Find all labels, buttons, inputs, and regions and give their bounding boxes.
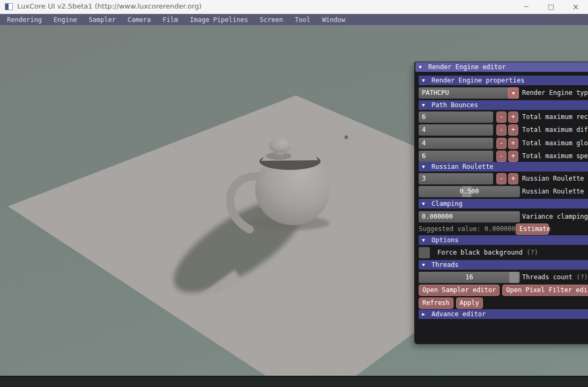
section-title: Render Engine properties — [431, 76, 524, 85]
refresh-apply-row: Refresh Apply — [419, 297, 483, 309]
section-options[interactable]: ▼Options — [419, 235, 588, 245]
app-icon — [5, 3, 13, 10]
menu-bar: Rendering Engine Sampler Camera Film Ima… — [0, 14, 588, 26]
menu-item-sampler[interactable]: Sampler — [83, 14, 122, 26]
section-title: Russian Roulette — [431, 162, 494, 172]
rr-cap-slider[interactable]: 0.500 — [419, 186, 520, 197]
variance-clamping-field[interactable]: 0.000000 — [419, 211, 520, 222]
slider-handle[interactable] — [509, 272, 519, 283]
menu-item-rendering[interactable]: Rendering — [1, 14, 48, 26]
threads-slider[interactable]: 16 — [419, 272, 520, 283]
bounce-row-0: 6 - + Total maximum recu — [419, 111, 588, 123]
force-black-label-text: Force black background — [437, 249, 523, 256]
section-title: Path Bounces — [431, 100, 478, 110]
minimize-button[interactable]: ─ — [514, 0, 539, 14]
editor-buttons-row: Open Sampler editor Open Pixel Filter ed… — [419, 285, 588, 296]
threads-count-row: 16 Threads count (?) — [419, 272, 588, 283]
section-title: Options — [431, 235, 459, 245]
render-engine-editor-panel: ▼Render Engine editor ▼Render Engine pro… — [414, 62, 588, 344]
engine-type-row: PATHCPU ▼ Render Engine type — [419, 87, 588, 99]
bounce-label-3: Total maximum spec — [522, 151, 588, 162]
increment-button[interactable]: + — [508, 173, 518, 184]
bounce-label-1: Total maximum diff — [522, 124, 588, 136]
help-icon: (?) — [526, 249, 538, 256]
menu-item-screen[interactable]: Screen — [254, 14, 289, 26]
menu-item-engine[interactable]: Engine — [48, 14, 83, 26]
decrement-button[interactable]: - — [496, 173, 507, 184]
dropdown-arrow-button[interactable]: ▼ — [508, 87, 519, 99]
engine-type-label: Render Engine type — [522, 87, 588, 99]
suggested-value-text: Suggested value: 0.000000 — [419, 224, 516, 235]
rr-depth-row: 3 - + Russian Roulette s — [419, 173, 588, 184]
force-black-row: Force black background (?) — [419, 247, 588, 258]
bounce-label-0: Total maximum recu — [522, 111, 588, 123]
increment-button[interactable]: + — [508, 111, 518, 123]
menu-item-tool[interactable]: Tool — [289, 14, 316, 26]
status-bar: [Pass 93][Avg. samples/sec 5.94M][Avg. r… — [0, 376, 588, 387]
decrement-button[interactable]: - — [496, 124, 507, 136]
expanded-icon: ▼ — [419, 199, 428, 209]
bounce-row-1: 4 - + Total maximum diff — [419, 124, 588, 136]
section-russian-roulette[interactable]: ▼Russian Roulette — [419, 162, 588, 172]
menu-item-window[interactable]: Window — [316, 14, 351, 26]
panel-title: Render Engine editor — [428, 62, 506, 72]
menu-item-camera[interactable]: Camera — [122, 14, 157, 26]
help-icon: (?) — [576, 273, 588, 281]
section-title: Advance editor — [431, 309, 486, 319]
decrement-button[interactable]: - — [496, 111, 507, 123]
panel-header-render-engine-editor[interactable]: ▼Render Engine editor — [415, 62, 588, 72]
estimate-button[interactable]: Estimate — [516, 224, 549, 235]
section-title: Threads — [431, 260, 459, 270]
menu-item-film[interactable]: Film — [157, 14, 184, 26]
variance-clamping-label: Variance clamping — [522, 211, 588, 222]
section-clamping[interactable]: ▼Clamping — [419, 199, 588, 209]
expanded-icon: ▼ — [415, 62, 425, 72]
section-path-bounces[interactable]: ▼Path Bounces — [419, 100, 588, 110]
section-threads[interactable]: ▼Threads — [419, 260, 588, 270]
suggested-value-row: Suggested value: 0.000000 Estimate — [419, 224, 588, 235]
apply-button[interactable]: Apply — [456, 297, 483, 309]
teapot-knob — [269, 139, 292, 153]
threads-count-label: Threads count (?) — [522, 272, 588, 283]
bounce-field-1[interactable]: 4 — [419, 124, 493, 136]
expanded-icon: ▼ — [419, 162, 428, 172]
window-titlebar: LuxCore UI v2.5beta1 (http://www.luxcore… — [0, 0, 588, 14]
engine-type-dropdown[interactable]: PATHCPU — [419, 87, 519, 99]
open-pixel-filter-editor-button[interactable]: Open Pixel Filter editor — [502, 285, 588, 296]
increment-button[interactable]: + — [508, 151, 518, 162]
rr-cap-value: 0.500 — [459, 188, 479, 195]
rr-depth-label: Russian Roulette s — [522, 173, 588, 184]
bounce-field-3[interactable]: 6 — [419, 151, 493, 162]
maximize-button[interactable]: □ — [539, 0, 563, 14]
expanded-icon: ▼ — [419, 260, 428, 270]
bounce-field-2[interactable]: 4 — [419, 138, 493, 149]
window-title: LuxCore UI v2.5beta1 (http://www.luxcore… — [17, 2, 202, 10]
section-render-engine-properties[interactable]: ▼Render Engine properties — [419, 76, 588, 85]
refresh-button[interactable]: Refresh — [419, 297, 453, 309]
section-title: Clamping — [431, 199, 463, 209]
collapsed-icon: ▶ — [419, 309, 428, 319]
variance-clamping-row: 0.000000 Variance clamping — [419, 211, 588, 222]
bounce-label-2: Total maximum glos — [522, 138, 588, 149]
bounce-row-3: 6 - + Total maximum spec — [419, 151, 588, 162]
rr-cap-row: 0.500 Russian Roulette i — [419, 186, 588, 197]
decrement-button[interactable]: - — [496, 151, 507, 162]
force-black-checkbox[interactable] — [419, 247, 430, 258]
bounce-row-2: 4 - + Total maximum glos — [419, 138, 588, 149]
window-controls: ─ □ × — [514, 0, 588, 14]
threads-count-label-text: Threads count — [522, 273, 572, 281]
bounce-field-0[interactable]: 6 — [419, 111, 493, 123]
rr-cap-label: Russian Roulette i — [522, 186, 588, 197]
section-advance-editor[interactable]: ▶Advance editor — [419, 309, 588, 319]
open-sampler-editor-button[interactable]: Open Sampler editor — [419, 285, 500, 296]
expanded-icon: ▼ — [419, 100, 428, 110]
decrement-button[interactable]: - — [496, 138, 507, 149]
close-button[interactable]: × — [563, 0, 588, 14]
rr-depth-field[interactable]: 3 — [419, 173, 493, 184]
menu-item-image-pipelines[interactable]: Image Pipelines — [184, 14, 254, 26]
increment-button[interactable]: + — [508, 138, 518, 149]
increment-button[interactable]: + — [508, 124, 518, 136]
force-black-label: Force black background (?) — [437, 247, 538, 258]
expanded-icon: ▼ — [419, 76, 428, 85]
expanded-icon: ▼ — [419, 235, 428, 245]
